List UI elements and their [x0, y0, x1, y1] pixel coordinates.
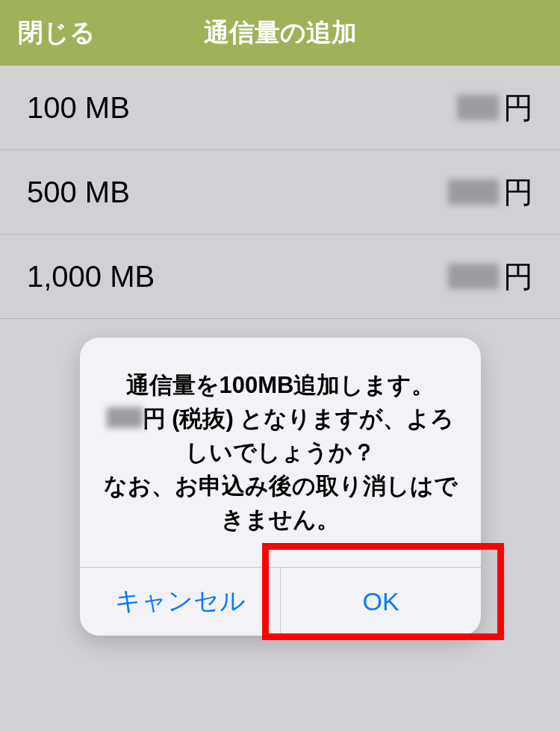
dialog-line-3: なお、お申込み後の取り消しはできません。 [104, 473, 458, 533]
censored-price [107, 407, 143, 428]
dialog-backdrop: 通信量を100MB追加します。 円 (税抜) となりますが、よろしいでしょうか？… [0, 0, 560, 732]
ok-button[interactable]: OK [280, 568, 481, 636]
dialog-line-1: 通信量を100MB追加します。 [126, 372, 435, 398]
dialog-message: 通信量を100MB追加します。 円 (税抜) となりますが、よろしいでしょうか？… [80, 338, 481, 567]
cancel-button[interactable]: キャンセル [80, 568, 280, 636]
confirmation-dialog: 通信量を100MB追加します。 円 (税抜) となりますが、よろしいでしょうか？… [80, 338, 481, 636]
dialog-button-row: キャンセル OK [80, 567, 481, 636]
dialog-line-2-after: 円 (税抜) となりますが、よろしいでしょうか？ [143, 406, 455, 465]
